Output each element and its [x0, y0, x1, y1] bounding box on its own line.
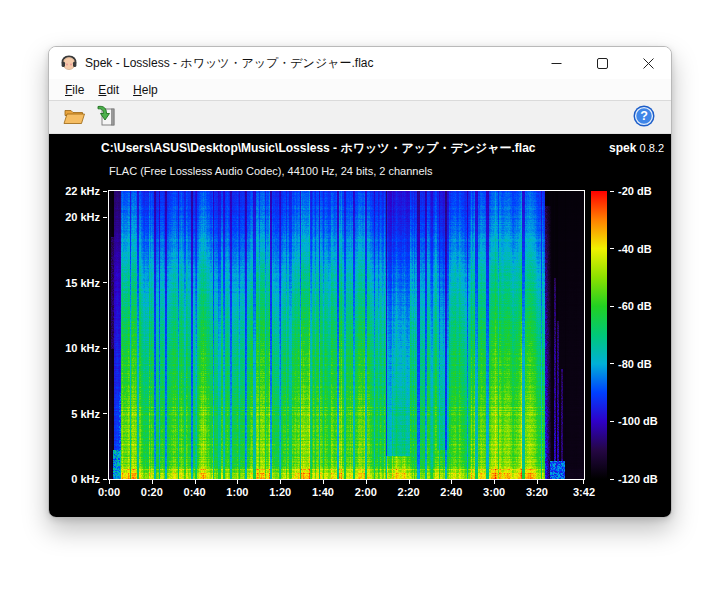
menu-help[interactable]: Help — [126, 81, 165, 99]
open-file-button[interactable] — [59, 102, 89, 132]
db-tick-label: -40 dB — [618, 243, 652, 255]
time-tick-label: 2:20 — [385, 486, 433, 498]
db-tick — [610, 479, 614, 480]
freq-tick — [103, 191, 107, 192]
spek-app-icon — [60, 54, 78, 72]
freq-tick-label: 15 kHz — [48, 277, 100, 289]
save-spectrogram-button[interactable] — [91, 102, 121, 132]
time-tick-label: 3:20 — [513, 486, 561, 498]
time-tick — [280, 480, 281, 484]
freq-tick-label: 22 kHz — [48, 185, 100, 197]
freq-tick — [103, 217, 107, 218]
time-tick-label: 0:00 — [85, 486, 133, 498]
save-spectrogram-icon — [94, 104, 118, 131]
freq-tick-label: 0 kHz — [48, 473, 100, 485]
time-tick — [323, 480, 324, 484]
time-tick — [109, 480, 110, 484]
time-tick — [409, 480, 410, 484]
spectrogram-image — [109, 191, 584, 479]
spek-window: Spek - Lossless - ホワッツ・アップ・デンジャー.flac Fi… — [48, 46, 672, 518]
time-tick — [237, 480, 238, 484]
time-tick-label: 1:20 — [256, 486, 304, 498]
db-tick — [610, 306, 614, 307]
time-tick-label: 3:42 — [560, 486, 608, 498]
time-tick-label: 0:20 — [128, 486, 176, 498]
time-tick-label: 0:40 — [171, 486, 219, 498]
titlebar: Spek - Lossless - ホワッツ・アップ・デンジャー.flac — [49, 47, 671, 79]
db-tick — [610, 191, 614, 192]
time-tick-label: 3:00 — [470, 486, 518, 498]
db-tick-label: -20 dB — [618, 185, 652, 197]
window-controls — [533, 47, 671, 79]
db-tick — [610, 363, 614, 364]
help-button[interactable]: ? — [629, 102, 659, 132]
db-tick-label: -120 dB — [618, 473, 658, 485]
menubar: File Edit Help — [49, 79, 671, 100]
svg-text:?: ? — [640, 109, 648, 123]
minimize-button[interactable] — [533, 47, 579, 79]
db-tick-label: -100 dB — [618, 415, 658, 427]
menu-edit[interactable]: Edit — [91, 81, 126, 99]
time-tick — [195, 480, 196, 484]
freq-tick — [103, 479, 107, 480]
freq-tick-label: 20 kHz — [48, 211, 100, 223]
format-info: FLAC (Free Lossless Audio Codec), 44100 … — [109, 165, 432, 177]
time-tick — [152, 480, 153, 484]
time-tick-label: 1:40 — [299, 486, 347, 498]
file-line: C:\Users\ASUS\Desktop\Music\Lossless - ホ… — [101, 140, 664, 157]
db-tick — [610, 421, 614, 422]
menu-file[interactable]: File — [58, 81, 91, 99]
time-tick — [366, 480, 367, 484]
time-tick-label: 2:40 — [427, 486, 475, 498]
spectrogram-panel: C:\Users\ASUS\Desktop\Music\Lossless - ホ… — [49, 134, 671, 517]
window-title: Spek - Lossless - ホワッツ・アップ・デンジャー.flac — [85, 55, 533, 72]
time-tick — [583, 480, 584, 484]
db-color-scale: -20 dB-40 dB-60 dB-80 dB-100 dB-120 dB — [591, 191, 607, 479]
freq-tick — [103, 348, 107, 349]
toolbar: ? — [49, 100, 671, 134]
time-tick — [451, 480, 452, 484]
db-tick-label: -60 dB — [618, 300, 652, 312]
app-version: spek 0.8.2 — [609, 141, 664, 155]
freq-tick — [103, 413, 107, 414]
help-icon: ? — [632, 104, 656, 131]
time-tick-label: 1:00 — [213, 486, 261, 498]
freq-tick — [103, 282, 107, 283]
db-tick — [610, 248, 614, 249]
file-path-title: C:\Users\ASUS\Desktop\Music\Lossless - ホ… — [101, 140, 599, 157]
time-tick-label: 2:00 — [342, 486, 390, 498]
spectrogram-plot: 22 kHz20 kHz15 kHz10 kHz5 kHz0 kHz0:000:… — [108, 190, 585, 480]
freq-tick-label: 5 kHz — [48, 408, 100, 420]
time-tick — [537, 480, 538, 484]
freq-tick-label: 10 kHz — [48, 342, 100, 354]
open-folder-icon — [62, 104, 86, 131]
maximize-button[interactable] — [579, 47, 625, 79]
time-tick — [494, 480, 495, 484]
close-button[interactable] — [625, 47, 671, 79]
db-tick-label: -80 dB — [618, 358, 652, 370]
